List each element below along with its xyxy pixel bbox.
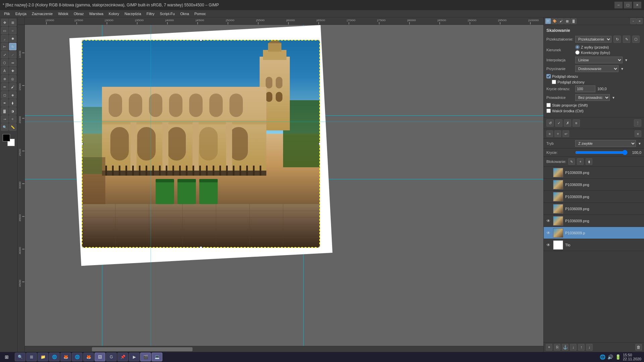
interpolacja-select[interactable]: Liniow Brak (brak interpolacji) Sześcian…	[575, 57, 623, 63]
layers-paths-btn[interactable]: ⟡	[554, 130, 561, 137]
krycie-obrazu-input[interactable]	[575, 85, 595, 92]
layer-2-visibility-icon[interactable]	[546, 182, 551, 187]
layer-6-visibility-icon[interactable]: 👁	[546, 230, 551, 236]
layer-item-3[interactable]: P1036009.png	[544, 191, 644, 203]
stale-proporcje-checkbox[interactable]	[546, 103, 551, 107]
rp-tab-transform[interactable]: ⟳	[545, 18, 551, 24]
tool-dodge[interactable]: ◑	[9, 107, 16, 115]
taskbar-pin[interactable]: 📌	[117, 353, 128, 361]
menu-narzedzia[interactable]: Narzędzia	[122, 11, 144, 16]
layer-5-visibility-icon[interactable]: 👁	[546, 218, 551, 224]
rp-tab-colors[interactable]: 🎨	[551, 18, 557, 24]
tool-free-select[interactable]: ⌟	[1, 35, 8, 42]
menu-okna[interactable]: Okna	[177, 11, 192, 16]
menu-warstwa[interactable]: Warstwa	[87, 11, 106, 16]
tool-blur[interactable]: ◎	[9, 75, 16, 82]
close-button[interactable]: ×	[633, 2, 641, 8]
rp-tab-settings[interactable]: ≡	[637, 18, 643, 24]
tool-airbrush[interactable]: ◈	[9, 91, 16, 99]
hscroll-thumb[interactable]	[92, 347, 193, 351]
taskbar-monitor[interactable]: 💻	[152, 353, 162, 361]
layers-channels-btn[interactable]: ≡	[546, 130, 553, 137]
tool-bucket[interactable]: ⧫	[9, 99, 16, 107]
menu-widok[interactable]: Widok	[55, 11, 71, 16]
tool-color-picker[interactable]: ⊸	[1, 115, 8, 123]
taskbar-app3[interactable]: G	[106, 353, 117, 361]
rp-tab-gradients[interactable]: ▓	[571, 18, 577, 24]
transform-reset-btn[interactable]: ↺	[546, 119, 554, 127]
foreground-color-swatch[interactable]	[3, 134, 10, 141]
layer-7-visibility-icon[interactable]: 👁	[546, 242, 551, 248]
taskbar-video[interactable]: 🎬	[140, 353, 151, 361]
tool-eraser[interactable]: ◻	[1, 91, 8, 99]
transform-mode-btn2[interactable]: ✎	[623, 36, 630, 43]
transform-handle-tl[interactable]	[82, 40, 83, 41]
lock-pixels-btn[interactable]: ✎	[568, 158, 575, 165]
taskbar-gimp[interactable]: 🖼	[95, 353, 105, 361]
transform-cancel-btn[interactable]: ✗	[564, 119, 571, 127]
canvas-area[interactable]: |2000 |2500 |3000 |3500 |4000 |4500 |500…	[17, 17, 543, 352]
layer-item-5[interactable]: 👁 P1036009.png	[544, 215, 644, 227]
layer-down-btn[interactable]: ↓	[586, 344, 593, 351]
rp-tab-patterns[interactable]: ▦	[564, 18, 570, 24]
menu-obraz[interactable]: Obraz	[71, 11, 87, 16]
transform-handle-tm[interactable]	[200, 40, 202, 41]
lock-all-btn[interactable]: ⧫	[586, 158, 592, 165]
tool-gradient[interactable]: ▓	[1, 107, 8, 115]
taskbar-edge[interactable]: 🌐	[49, 353, 60, 361]
transform-handle-bl[interactable]	[82, 246, 83, 248]
menu-plik[interactable]: Plik	[1, 11, 13, 16]
layer-item-7[interactable]: 👁 Tło	[544, 239, 644, 251]
canvas-viewport[interactable]	[25, 25, 543, 346]
kierunek-tylny-radio[interactable]	[575, 50, 580, 55]
tool-shear[interactable]: ⟋	[9, 51, 16, 58]
taskbar-task-view[interactable]: ⊞	[26, 353, 37, 361]
layer-delete-btn[interactable]: 🗑	[635, 344, 642, 351]
color-swatches[interactable]	[3, 134, 15, 146]
taskbar-app2[interactable]: 🦊	[83, 353, 94, 361]
menu-kolory[interactable]: Kolory	[106, 11, 122, 16]
layer-anchor-btn[interactable]: ⚓	[562, 344, 569, 351]
maximize-button[interactable]: □	[624, 2, 632, 8]
minimize-button[interactable]: −	[614, 2, 623, 8]
taskbar-chrome[interactable]: 🌐	[72, 353, 83, 361]
layer-duplicate-btn[interactable]: ⎘	[554, 344, 560, 351]
transform-options-btn[interactable]: ⋮	[634, 119, 641, 127]
tool-ellipse-select[interactable]: ○	[9, 27, 16, 34]
lock-position-btn[interactable]: +	[577, 158, 584, 165]
layer-item-2[interactable]: P1036009.png	[544, 179, 644, 191]
tool-flip[interactable]: ⇔	[9, 59, 16, 66]
transform-handle-mr[interactable]	[319, 142, 320, 145]
tool-perspective[interactable]: ⬡	[1, 59, 8, 66]
layers-undo-btn[interactable]: ↩	[562, 130, 569, 137]
layer-1-visibility-icon[interactable]	[546, 170, 551, 175]
layer-merge-btn[interactable]: ↓	[570, 344, 577, 351]
podglad-zlozony-checkbox[interactable]	[552, 80, 556, 84]
transform-mode-btn3[interactable]: ⬡	[632, 36, 640, 43]
tool-clone[interactable]: ⊕	[1, 75, 8, 82]
tool-rotate[interactable]: ↻	[9, 43, 16, 50]
taskbar-firefox[interactable]: 🦊	[60, 353, 71, 361]
tool-pencil[interactable]: ✏	[1, 83, 8, 90]
layer-new-btn[interactable]: +	[546, 344, 552, 351]
menu-edycja[interactable]: Edycja	[13, 11, 29, 16]
transform-handle-tr[interactable]	[319, 40, 320, 41]
tool-rect-select[interactable]: ▭	[1, 27, 8, 34]
rp-tab-minimize[interactable]: −	[630, 18, 636, 24]
horizontal-scrollbar[interactable]	[25, 346, 543, 352]
tool-paths[interactable]: ⟡	[9, 115, 16, 123]
menu-zaznaczenie[interactable]: Zaznaczenie	[29, 11, 55, 16]
taskbar-play[interactable]: ▶	[129, 353, 140, 361]
tool-text[interactable]: A	[1, 67, 8, 74]
layer-3-visibility-icon[interactable]	[546, 194, 551, 199]
layers-panel-options-btn[interactable]: ≡	[635, 130, 641, 137]
layer-opacity-slider[interactable]	[575, 150, 628, 155]
transform-confirm-btn[interactable]: ✓	[555, 119, 562, 127]
tool-heal[interactable]: ✚	[9, 67, 16, 74]
menu-pomoc[interactable]: Pomoc	[192, 11, 209, 16]
transform-handle-br[interactable]	[319, 246, 320, 248]
transform-handle-ml[interactable]	[82, 142, 83, 145]
layer-item-4[interactable]: P1036009.png	[544, 203, 644, 215]
tool-fuzzy-select[interactable]: ✱	[9, 35, 16, 42]
taskbar-file-explorer[interactable]: 📁	[38, 353, 48, 361]
